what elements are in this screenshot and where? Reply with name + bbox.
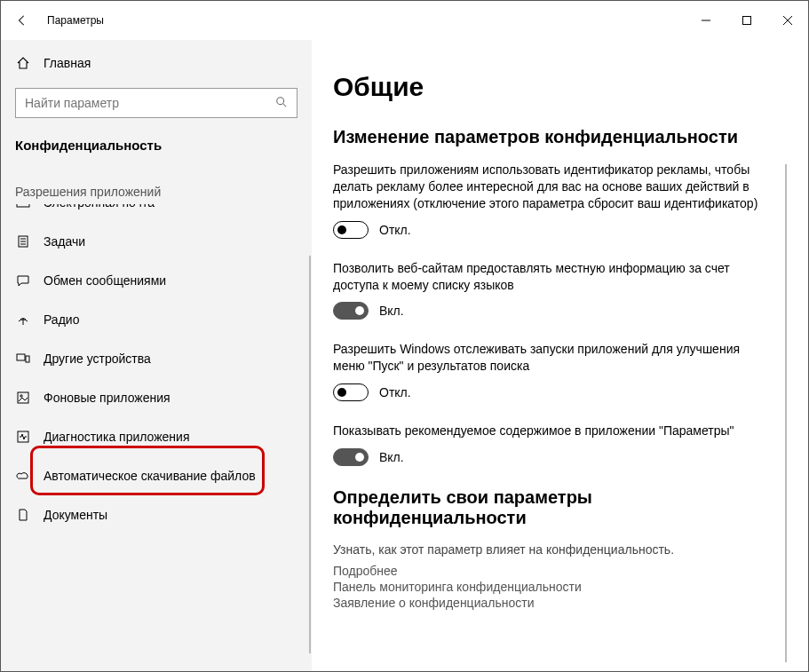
link-learn-more[interactable]: Подробнее	[333, 564, 787, 578]
section-label: Разрешения приложений	[1, 170, 312, 199]
setting-desc: Разрешить Windows отслеживать запуски пр…	[333, 341, 759, 375]
search-field[interactable]	[25, 96, 261, 110]
search-icon	[275, 96, 288, 111]
sidebar-item-label: Автоматическое скачивание файлов	[44, 469, 256, 483]
document-icon	[15, 508, 31, 522]
home-label: Главная	[44, 56, 91, 70]
cloud-icon	[15, 469, 31, 483]
main-scrollbar[interactable]	[785, 164, 787, 662]
toggle-state-label: Откл.	[379, 385, 411, 399]
main-content: Общие Изменение параметров конфиденциаль…	[312, 40, 808, 671]
sidebar: Главная Конфиденциальность Разрешения пр…	[1, 40, 312, 671]
sidebar-item-diagnostics[interactable]: Диагностика приложения	[1, 417, 312, 456]
maximize-button[interactable]	[726, 1, 767, 40]
svg-point-4	[277, 97, 284, 104]
sidebar-item-auto-download[interactable]: Автоматическое скачивание файлов	[1, 456, 312, 495]
sidebar-item-messaging[interactable]: Обмен сообщениями	[1, 261, 312, 300]
background-icon	[15, 391, 31, 405]
sidebar-item-label: Фоновые приложения	[44, 391, 171, 405]
svg-rect-1	[743, 17, 751, 25]
sidebar-item-label: Задачи	[44, 234, 85, 249]
toggle-state-label: Вкл.	[379, 304, 404, 318]
back-button[interactable]	[1, 1, 44, 40]
diagnostics-icon	[15, 430, 31, 444]
radio-icon	[15, 312, 31, 327]
setting-desc: Позволить веб-сайтам предоставлять местн…	[333, 260, 759, 294]
close-button[interactable]	[767, 1, 808, 40]
setting-suggested-content: Показывать рекомендуемое содержимое в пр…	[333, 423, 787, 466]
link-privacy-dashboard[interactable]: Панель мониторинга конфиденциальности	[333, 580, 787, 594]
toggle-advertising-id[interactable]	[333, 221, 369, 239]
devices-icon	[15, 352, 31, 366]
sidebar-item-background-apps[interactable]: Фоновые приложения	[1, 378, 312, 417]
category-label: Конфиденциальность	[1, 129, 312, 170]
sidebar-item-label: Обмен сообщениями	[44, 273, 166, 288]
toggle-state-label: Вкл.	[379, 450, 404, 464]
sidebar-scrollbar[interactable]	[309, 256, 311, 653]
setting-app-launches: Разрешить Windows отслеживать запуски пр…	[333, 341, 787, 401]
privacy-learn-section: Определить свои параметры конфиденциальн…	[333, 487, 787, 610]
svg-rect-14	[18, 392, 28, 403]
toggle-suggested-content[interactable]	[333, 448, 369, 466]
sidebar-item-label: Диагностика приложения	[44, 430, 189, 444]
link-privacy-statement[interactable]: Заявление о конфиденциальности	[333, 596, 787, 610]
sidebar-item-label: Другие устройства	[44, 352, 151, 366]
search-input[interactable]	[15, 88, 297, 118]
toggle-language-list[interactable]	[333, 302, 369, 320]
setting-desc: Разрешить приложениям использовать идент…	[333, 162, 759, 212]
sidebar-item-label: Радио	[44, 312, 79, 327]
svg-rect-12	[17, 354, 25, 360]
minimize-button[interactable]	[686, 1, 726, 40]
nav-list: Электронная почта Задачи Обмен сообщения…	[1, 204, 312, 534]
home-nav[interactable]: Главная	[1, 45, 312, 81]
home-icon	[15, 56, 31, 70]
setting-desc: Показывать рекомендуемое содержимое в пр…	[333, 423, 759, 439]
setting-language-list: Позволить веб-сайтам предоставлять местн…	[333, 260, 787, 320]
privacy-title: Определить свои параметры конфиденциальн…	[333, 487, 787, 528]
svg-line-5	[283, 103, 287, 107]
titlebar: Параметры	[1, 1, 808, 40]
tasks-icon	[15, 234, 31, 249]
sidebar-item-documents[interactable]: Документы	[1, 495, 312, 534]
svg-point-15	[20, 395, 22, 397]
page-title: Общие	[333, 72, 787, 102]
sidebar-item-tasks[interactable]: Задачи	[1, 222, 312, 261]
toggle-app-launches[interactable]	[333, 383, 369, 401]
messaging-icon	[15, 273, 31, 288]
svg-rect-13	[26, 356, 29, 362]
setting-advertising-id: Разрешить приложениям использовать идент…	[333, 162, 787, 239]
privacy-sub: Узнать, как этот параметр влияет на конф…	[333, 542, 787, 557]
sidebar-item-other-devices[interactable]: Другие устройства	[1, 339, 312, 378]
group-title: Изменение параметров конфиденциальности	[333, 127, 787, 147]
sidebar-item-radio[interactable]: Радио	[1, 300, 312, 339]
sidebar-item-email[interactable]: Электронная почта	[1, 204, 312, 222]
svg-rect-6	[17, 204, 29, 207]
mail-icon	[15, 204, 31, 210]
sidebar-item-label: Электронная почта	[44, 204, 155, 210]
window-title: Параметры	[44, 14, 104, 27]
sidebar-item-label: Документы	[44, 508, 107, 522]
toggle-state-label: Откл.	[379, 223, 411, 237]
